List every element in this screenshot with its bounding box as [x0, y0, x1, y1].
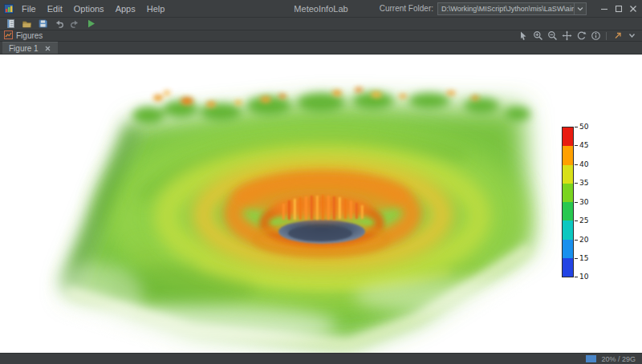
- title-bar: File Edit Options Apps Help MeteoInfoLab…: [0, 0, 642, 18]
- menu-apps[interactable]: Apps: [110, 0, 141, 17]
- zoom-in-icon[interactable]: [531, 30, 544, 41]
- save-icon[interactable]: [35, 18, 50, 30]
- minimize-button[interactable]: [597, 1, 612, 17]
- maximize-button[interactable]: [612, 1, 626, 17]
- colorbar-tick-label: 50: [579, 123, 588, 131]
- colorbar-tick-mark: [575, 277, 578, 277]
- run-script-icon[interactable]: [83, 18, 98, 30]
- figure-tab-bar: Figure 1: [0, 42, 642, 55]
- toolbar-divider: [606, 32, 607, 40]
- info-icon[interactable]: [589, 30, 602, 41]
- current-folder-label: Current Folder:: [380, 4, 433, 13]
- chevron-down-icon[interactable]: [574, 3, 586, 14]
- colorbar-tick-mark: [575, 258, 578, 259]
- app-logo-icon: [3, 3, 14, 14]
- colorbar-tick-label: 45: [579, 141, 588, 149]
- undo-icon[interactable]: [51, 18, 66, 30]
- zoom-out-icon[interactable]: [546, 30, 559, 41]
- volume-rendering-figure: [0, 55, 642, 353]
- tab-close-icon[interactable]: [44, 45, 51, 52]
- figure-canvas[interactable]: 50 45 40 35 30 25 20 15 10: [0, 55, 642, 353]
- open-file-icon[interactable]: [19, 18, 34, 30]
- window-controls: [597, 1, 640, 17]
- colorbar-tick-mark: [575, 164, 578, 165]
- memory-usage-bar: [586, 355, 596, 362]
- menu-file[interactable]: File: [16, 0, 42, 17]
- figures-panel-title: Figures: [16, 31, 43, 40]
- figures-panel-icon: [4, 30, 13, 41]
- colorbar-tick-mark: [575, 240, 578, 241]
- current-folder-group: Current Folder: D:\Working\MIScript\Jyth…: [380, 1, 642, 17]
- colorbar-tick-label: 25: [579, 216, 588, 224]
- colorbar-tick-label: 15: [579, 254, 588, 262]
- colorbar-gradient: [562, 127, 574, 277]
- colorbar-tick-mark: [575, 145, 578, 146]
- redo-icon[interactable]: [67, 18, 82, 30]
- colorbar-tick-mark: [575, 202, 578, 203]
- current-folder-value: D:\Working\MIScript\Jython\mis\LaSW\airs…: [438, 3, 574, 14]
- colorbar-tick-label: 40: [579, 160, 588, 168]
- close-button[interactable]: [626, 1, 640, 17]
- colorbar-tick-mark: [575, 183, 578, 184]
- tab-label: Figure 1: [9, 44, 39, 53]
- colorbar-tick-label: 10: [579, 273, 588, 281]
- figure-tools: [517, 30, 638, 41]
- pan-icon[interactable]: [560, 30, 573, 41]
- colorbar-tick-label: 20: [579, 236, 588, 244]
- hide-panel-icon[interactable]: [625, 30, 638, 41]
- status-bar: 20% / 29G: [0, 353, 642, 364]
- float-window-icon[interactable]: [611, 30, 624, 41]
- main-toolbar: [0, 18, 642, 30]
- menu-bar: File Edit Options Apps Help: [16, 0, 170, 17]
- colorbar-tick-label: 30: [579, 198, 588, 206]
- new-script-icon[interactable]: [3, 18, 18, 30]
- meteoinfolab-window: File Edit Options Apps Help MeteoInfoLab…: [0, 0, 642, 364]
- colorbar-tick-mark: [575, 127, 578, 127]
- rotate-icon[interactable]: [575, 30, 587, 41]
- select-arrow-icon[interactable]: [517, 30, 530, 41]
- current-folder-combobox[interactable]: D:\Working\MIScript\Jython\mis\LaSW\airs…: [437, 2, 587, 15]
- menu-edit[interactable]: Edit: [42, 0, 68, 17]
- colorbar-tick-mark: [575, 220, 578, 221]
- memory-usage-text: 20% / 29G: [601, 355, 636, 363]
- tab-figure-1[interactable]: Figure 1: [2, 42, 58, 54]
- figures-panel-header: Figures: [0, 30, 642, 42]
- colorbar-tick-label: 35: [579, 179, 588, 187]
- menu-options[interactable]: Options: [68, 0, 110, 17]
- menu-help[interactable]: Help: [141, 0, 171, 17]
